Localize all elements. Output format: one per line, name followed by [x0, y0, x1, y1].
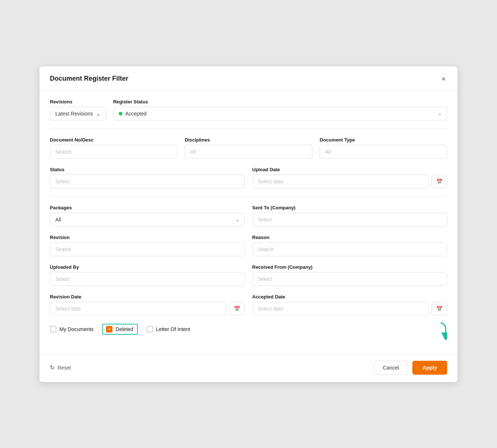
field-status: Status [50, 167, 245, 188]
field-disciplines: Disciplines [185, 137, 312, 159]
register-status-value: Accepted [125, 111, 147, 117]
arrow-indicator [434, 322, 447, 341]
revision-date-calendar-button[interactable]: 📅 [229, 302, 245, 315]
document-type-label: Document Type [320, 137, 447, 143]
arrow-icon [434, 322, 447, 340]
letter-of-intent-checkbox-box [147, 326, 153, 333]
revisions-label: Revisions [50, 99, 106, 104]
register-status-dropdown[interactable]: Accepted ⌄ [113, 107, 447, 121]
revisions-dropdown[interactable]: Latest Revisions ⌄ [50, 107, 106, 121]
sent-to-company-input[interactable] [252, 213, 447, 227]
deleted-checkbox[interactable]: Deleted [106, 326, 133, 333]
deleted-label: Deleted [115, 326, 133, 332]
uploaded-by-input[interactable] [50, 272, 245, 286]
packages-chevron-icon: ⌄ [236, 217, 239, 222]
status-dot-icon [119, 112, 122, 115]
row-uploaded-by-received-from: Uploaded By Received From (Company) [50, 264, 447, 286]
modal-body: Revisions Latest Revisions ⌄ Register St… [40, 90, 457, 355]
my-documents-label: My Documents [59, 326, 93, 332]
row-packages-sent-to: Packages All ⌄ Sent To (Company) [50, 205, 447, 227]
disciplines-input[interactable] [185, 145, 312, 159]
field-sent-to-company: Sent To (Company) [252, 205, 447, 227]
packages-dropdown[interactable]: All ⌄ [50, 213, 245, 227]
doc-no-desc-label: Document No/Desc [50, 137, 177, 143]
disciplines-label: Disciplines [185, 137, 312, 143]
deleted-checkbox-box [106, 326, 113, 333]
field-register-status: Register Status Accepted ⌄ [113, 99, 447, 121]
packages-label: Packages [50, 205, 245, 210]
field-uploaded-by: Uploaded By [50, 264, 245, 286]
divider-2 [50, 197, 447, 197]
deleted-checkbox-wrapper: Deleted [102, 324, 137, 335]
modal-footer: ↻ Reset Cancel Apply [40, 355, 457, 382]
field-document-no-desc: Document No/Desc [50, 137, 177, 159]
revision-date-wrap: 📅 [50, 302, 245, 316]
checkboxes-row: My Documents Deleted Letter Of Intent [50, 324, 447, 335]
letter-of-intent-checkbox[interactable]: Letter Of Intent [147, 326, 190, 333]
close-button[interactable]: × [440, 74, 447, 84]
row-revisions-status: Revisions Latest Revisions ⌄ Register St… [50, 99, 447, 121]
revision-date-input[interactable] [50, 302, 226, 316]
dialog: Document Register Filter × Revisions Lat… [40, 66, 457, 382]
reason-input[interactable] [252, 242, 447, 256]
upload-date-input[interactable] [252, 175, 428, 188]
upload-date-calendar-button[interactable]: 📅 [431, 175, 447, 188]
uploaded-by-label: Uploaded By [50, 264, 245, 270]
field-received-from-company: Received From (Company) [252, 264, 447, 286]
calendar-icon: 📅 [436, 306, 442, 312]
row-doc-disciplines-type: Document No/Desc Disciplines Document Ty… [50, 137, 447, 159]
field-reason: Reason [252, 235, 447, 256]
revision-label: Revision [50, 235, 245, 240]
divider-1 [50, 129, 447, 129]
register-status-label: Register Status [113, 99, 447, 104]
document-type-input[interactable] [320, 145, 447, 159]
reason-label: Reason [252, 235, 447, 240]
apply-button[interactable]: Apply [412, 361, 447, 375]
reset-button[interactable]: ↻ Reset [50, 364, 71, 371]
row-revision-date-accepted-date: Revision Date 📅 Accepted Date 📅 [50, 294, 447, 316]
register-status-chevron-icon: ⌄ [438, 111, 442, 116]
field-revision-date: Revision Date 📅 [50, 294, 245, 316]
my-documents-checkbox[interactable]: My Documents [50, 326, 93, 333]
modal-header: Document Register Filter × [40, 66, 457, 90]
revision-date-label: Revision Date [50, 294, 245, 300]
accepted-date-label: Accepted Date [252, 294, 447, 300]
upload-date-wrap: 📅 [252, 175, 447, 188]
revision-input[interactable] [50, 242, 245, 256]
accepted-date-wrap: 📅 [252, 302, 447, 316]
modal-title: Document Register Filter [50, 75, 128, 82]
reset-label: Reset [58, 365, 71, 371]
accepted-date-calendar-button[interactable]: 📅 [431, 302, 447, 315]
upload-date-label: Upload Date [252, 167, 447, 172]
accepted-date-input[interactable] [252, 302, 428, 316]
footer-actions: Cancel Apply [374, 361, 447, 375]
packages-value: All [55, 217, 61, 223]
cancel-button[interactable]: Cancel [374, 361, 408, 375]
modal-overlay: Document Register Filter × Revisions Lat… [0, 0, 497, 448]
field-revision: Revision [50, 235, 245, 256]
doc-no-desc-input[interactable] [50, 145, 177, 159]
row-status-upload-date: Status Upload Date 📅 [50, 167, 447, 188]
letter-of-intent-label: Letter Of Intent [156, 326, 190, 332]
my-documents-checkbox-box [50, 326, 56, 333]
status-input[interactable] [50, 175, 245, 188]
sent-to-company-label: Sent To (Company) [252, 205, 447, 210]
received-from-company-input[interactable] [252, 272, 447, 286]
field-accepted-date: Accepted Date 📅 [252, 294, 447, 316]
row-revision-reason: Revision Reason [50, 235, 447, 256]
field-document-type: Document Type [320, 137, 447, 159]
field-upload-date: Upload Date 📅 [252, 167, 447, 188]
status-label: Status [50, 167, 245, 172]
calendar-icon: 📅 [234, 306, 240, 312]
revisions-chevron-icon: ⌄ [96, 111, 100, 117]
revisions-value: Latest Revisions [55, 111, 93, 117]
field-packages: Packages All ⌄ [50, 205, 245, 227]
calendar-icon: 📅 [436, 179, 442, 184]
received-from-company-label: Received From (Company) [252, 264, 447, 270]
reset-icon: ↻ [50, 364, 55, 371]
field-revisions: Revisions Latest Revisions ⌄ [50, 99, 106, 121]
